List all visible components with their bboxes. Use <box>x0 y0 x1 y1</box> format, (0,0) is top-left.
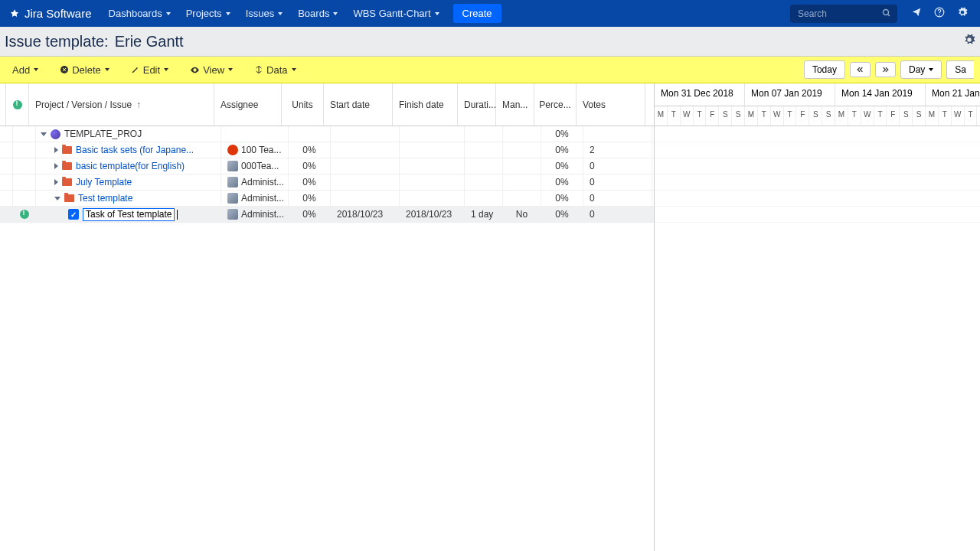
gantt-day-header: MTWTFSSMTWTFSSMTWTFSSMTWTFSS <box>655 106 980 126</box>
jira-icon <box>9 8 20 19</box>
svg-line-1 <box>888 14 890 16</box>
svg-point-0 <box>884 9 889 15</box>
create-button[interactable]: Create <box>453 4 501 23</box>
cell-start <box>331 191 400 206</box>
cell-tree <box>36 207 221 222</box>
toggle-icon[interactable] <box>54 179 58 185</box>
col-start-header[interactable]: Start date <box>324 83 393 126</box>
brand-text: Jira Software <box>24 7 92 20</box>
nav-item-boards[interactable]: Boards <box>290 0 345 27</box>
view-label: View <box>203 64 224 76</box>
folder-icon <box>61 178 72 187</box>
search-input[interactable] <box>790 5 897 23</box>
toolbar: Add Delete Edit View Data Today Day Sa <box>0 57 980 83</box>
folder-icon <box>64 194 74 203</box>
col-percent-header[interactable]: Perce... <box>534 83 577 126</box>
toggle-icon[interactable] <box>54 163 58 169</box>
today-button[interactable]: Today <box>804 60 845 79</box>
gantt-row[interactable] <box>655 126 980 142</box>
cell-duration <box>465 191 503 206</box>
cell-start <box>331 174 400 190</box>
nav-item-wbs-gantt-chart[interactable]: WBS Gantt-Chart <box>345 0 446 27</box>
row-name[interactable]: Test template <box>78 193 132 204</box>
toggle-icon[interactable] <box>41 132 47 136</box>
task-name-input[interactable] <box>83 208 175 221</box>
feedback-icon[interactable] <box>905 7 928 20</box>
col-tree-label: Project / Version / Issue <box>35 99 132 110</box>
toggle-icon[interactable] <box>54 197 60 201</box>
col-votes-header[interactable]: Votes <box>577 83 645 126</box>
cell-duration <box>465 158 503 174</box>
nav-item-issues[interactable]: Issues <box>238 0 291 27</box>
grid-row[interactable]: basic template(for English)000Tea...0%0%… <box>0 158 654 174</box>
grid-row[interactable]: Test templateAdminist...0%0%0 <box>0 191 654 207</box>
save-button[interactable]: Sa <box>946 60 974 79</box>
gantt-row[interactable] <box>655 207 980 223</box>
delete-button[interactable]: Delete <box>54 62 116 78</box>
nav-items: DashboardsProjectsIssuesBoardsWBS Gantt-… <box>101 0 447 27</box>
gantt-day-label: T <box>784 106 797 126</box>
page-title-prefix: Issue template: <box>5 33 109 51</box>
gantt-row[interactable] <box>655 191 980 207</box>
assignee-name: Administ... <box>241 209 284 220</box>
gantt-panel: Mon 31 Dec 2018Mon 07 Jan 2019Mon 14 Jan… <box>655 83 980 551</box>
col-finish-header[interactable]: Finish date <box>393 83 458 126</box>
gantt-day-label: M <box>745 106 758 126</box>
grid-body: TEMPLATE_PROJ0%Basic task sets (for Japa… <box>0 126 654 223</box>
add-button[interactable]: Add <box>6 62 44 78</box>
col-man-header[interactable]: Man... <box>496 83 534 126</box>
grid-row[interactable]: Administ...0%2018/10/232018/10/231 dayNo… <box>0 207 654 223</box>
prev-button[interactable] <box>850 62 871 77</box>
row-name[interactable]: July Template <box>76 177 132 187</box>
nav-item-projects[interactable]: Projects <box>178 0 238 27</box>
cell-status <box>13 158 36 174</box>
page-title-name: Erie Gantt <box>115 33 184 51</box>
folder-icon <box>61 145 72 155</box>
folder-icon <box>61 161 72 171</box>
cell-tree: Test template <box>36 191 221 206</box>
cell-units: 0% <box>289 207 331 222</box>
view-button[interactable]: View <box>184 62 239 78</box>
edit-button[interactable]: Edit <box>125 62 175 78</box>
gantt-day-label: S <box>719 106 732 126</box>
cell-votes: 2 <box>583 142 652 158</box>
cell-duration <box>465 126 503 142</box>
col-units-header[interactable]: Units <box>282 83 324 126</box>
cell-tree: basic template(for English) <box>36 158 221 174</box>
cell-status <box>13 191 36 206</box>
next-button[interactable] <box>875 62 896 77</box>
settings-icon[interactable] <box>951 7 974 20</box>
chevron-double-left-icon <box>856 66 864 73</box>
gantt-row[interactable] <box>655 158 980 174</box>
task-icon <box>68 209 79 220</box>
row-name[interactable]: basic template(for English) <box>76 161 185 171</box>
nav-item-dashboards[interactable]: Dashboards <box>101 0 178 27</box>
grid-row[interactable]: TEMPLATE_PROJ0% <box>0 126 654 142</box>
avatar-icon <box>227 161 238 171</box>
cell-indicator <box>0 207 13 222</box>
data-icon <box>254 65 263 74</box>
cell-assignee <box>221 126 289 142</box>
cell-finish <box>400 126 465 142</box>
gantt-row[interactable] <box>655 142 980 158</box>
data-button[interactable]: Data <box>248 62 302 78</box>
toggle-icon[interactable] <box>54 147 58 153</box>
page-settings-icon[interactable] <box>963 34 975 49</box>
col-tree-header[interactable]: Project / Version / Issue ↑ <box>29 83 214 126</box>
col-assignee-header[interactable]: Assignee <box>214 83 282 126</box>
col-duration-header[interactable]: Durati... <box>458 83 496 126</box>
cell-assignee: Administ... <box>221 174 289 190</box>
unit-dropdown[interactable]: Day <box>900 60 942 79</box>
cell-finish <box>400 191 465 206</box>
edit-label: Edit <box>143 64 160 76</box>
cell-percent: 0% <box>541 126 583 142</box>
gantt-row[interactable] <box>655 174 980 191</box>
gantt-day-label: S <box>913 106 926 126</box>
cell-assignee: 100 Tea... <box>221 142 289 158</box>
cell-votes: 0 <box>583 191 652 206</box>
jira-logo[interactable]: Jira Software <box>0 7 101 20</box>
grid-row[interactable]: Basic task sets (for Japane...100 Tea...… <box>0 142 654 158</box>
row-name[interactable]: Basic task sets (for Japane... <box>76 145 194 155</box>
help-icon[interactable] <box>928 7 951 20</box>
grid-row[interactable]: July TemplateAdminist...0%0%0 <box>0 174 654 191</box>
